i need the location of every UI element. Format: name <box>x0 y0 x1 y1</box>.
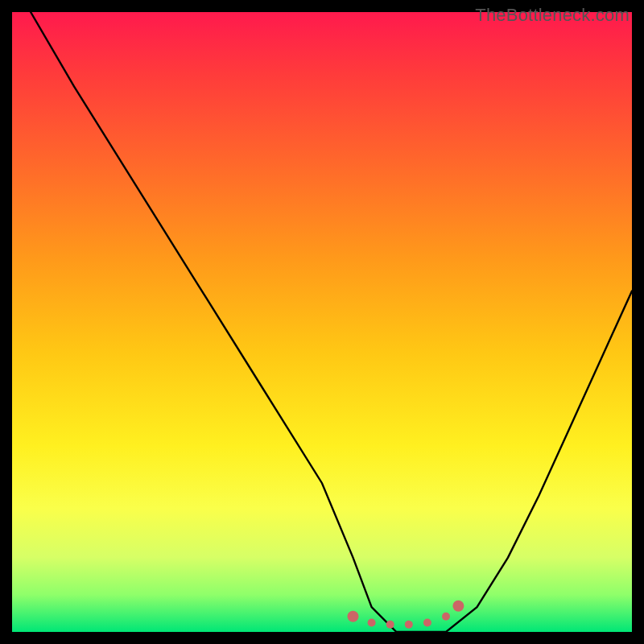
optimal-range-dot <box>386 621 394 629</box>
optimal-range-dot <box>423 619 431 627</box>
plot-area <box>12 12 632 632</box>
optimal-range-dot <box>442 613 450 621</box>
optimal-range-dot <box>348 611 359 622</box>
optimal-range-dot <box>405 621 413 629</box>
optimal-range-dot <box>452 601 464 612</box>
chart-frame: TheBottleneck.com <box>0 0 644 644</box>
optimal-range-markers <box>348 601 464 629</box>
watermark-text: TheBottleneck.com <box>475 5 630 26</box>
bottleneck-curve-line <box>31 12 632 632</box>
optimal-range-dot <box>368 619 376 627</box>
chart-svg <box>12 12 632 632</box>
